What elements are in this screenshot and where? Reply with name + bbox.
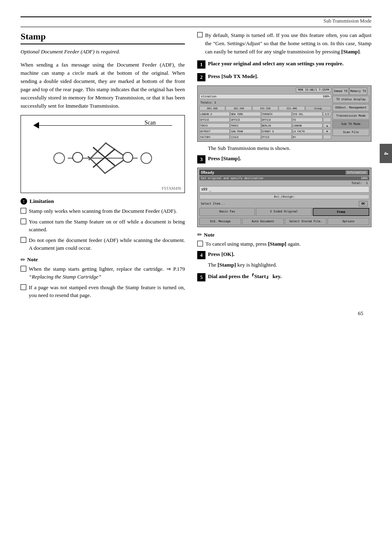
page-number: 65 [21,310,371,317]
limitation-list: Stamp only works when scanning from the … [21,207,185,252]
note-title-right: Note [204,232,214,238]
step-3-num: 3 [197,155,205,164]
list-item: To cancel using stamp, press [Stamp] aga… [197,240,371,248]
select-stored-btn[interactable]: Select Stored File. [285,218,327,225]
step-5-header: 5 Dial and press the『Start』 key. [197,273,371,281]
two-col-layout: Stamp Optional Document Feeder (ADF) is … [21,31,371,302]
step-1-header: 1 Place your original and select any sca… [197,60,371,69]
tx-status-btn[interactable]: TX status display [332,96,369,103]
input-val: π99 _ [201,188,211,191]
sub-tx-mode-btn[interactable]: Sub TX Mode [332,120,369,128]
note2-checkbox-1 [197,241,203,246]
range-cell-1: 001-100 [199,106,225,111]
immed-tx-btn[interactable]: Immed TX [332,88,349,95]
total-row: Total: 1 [199,181,369,185]
select-text: Select Item... [201,202,225,205]
screen-dest-bar: stination 100% [199,94,331,99]
limitation-section: ! Limitation Stamp only works when scann… [21,198,185,252]
dest-percent: 100% [323,95,330,98]
scan-label: Scan [145,120,156,126]
note-pencil-icon: ✏ [21,256,25,263]
range-cell-2: 101-240 [226,106,251,111]
intro-checkbox-icon [197,32,203,37]
fax-screen-2: OReady Information Set original and spec… [197,168,371,227]
screen2-input[interactable]: π99 _ [199,186,369,193]
note-list-left: When the stamp starts getting lighter, r… [21,265,185,299]
auto-document-btn[interactable]: Auto Document [242,218,284,225]
fax-right-panel: Immed TX Memory TX TX status display 65D… [332,88,369,140]
screen2-top-bar: OReady Information [199,170,369,175]
dest-mgmt-btn[interactable]: 65Dest. Management [332,104,369,111]
list-item: If a page was not stamped even though th… [21,283,185,299]
checkbox-icon-1 [21,208,26,214]
info-button[interactable]: Information [346,170,368,175]
std-message-btn[interactable]: Std. Message [199,218,241,225]
screen2-buttons-row1: Basic Fax 2 Sided Original Stamp [199,208,369,216]
step-1-text: Place your original and select any scan … [208,60,344,67]
range-cell-group: Group [305,106,331,111]
ok-button[interactable]: OK [359,201,368,207]
step-1-num: 1 [197,60,205,69]
limitation-bullet-icon: ! [21,198,27,205]
note-checkbox-1 [21,266,26,272]
dest-label: stination [201,95,217,98]
totals-row: Totals: 1 [199,101,331,105]
range-cell-4: 321-400 [279,106,304,111]
screen-1-wrapper: MON 15:00/1 7:55PM stination 100% Totals… [197,85,371,142]
accel-row: Acc./Assign: [199,194,369,199]
list-item: You cannot turn the Stamp feature on or … [21,218,185,234]
top-rule [21,16,371,17]
ranges-row: 001-100 101-240 241-320 321-400 Group [199,106,331,111]
step-4: 4 Press [OK]. The [Stamp] key is highlig… [197,251,371,269]
step-4-body: The [Stamp] key is highlighted. [208,261,371,269]
header-text: Sub Transmission Mode [323,18,371,24]
sub-tx-shown-text: The Sub Transmission menu is shown. [208,145,371,152]
d1c2: NEW YORK [230,112,261,116]
d1c4: SYD OSL [292,112,323,116]
step-3: 3 Press [Stamp]. [197,155,371,164]
step-3-text: Press [Stamp]. [208,155,241,162]
data-row-1: LONDON O NEW YORK TORONTO SYD OSL 1/2 [199,112,331,116]
options-btn[interactable]: Options [327,218,369,225]
limitation-item-3: Do not open the document feeder (ADF) wh… [29,236,185,252]
note-title-left: Note [27,256,38,263]
limitation-header: ! Limitation [21,198,185,205]
stamp-btn[interactable]: Stamp [313,208,369,216]
fax-left-panel: MON 15:00/1 7:55PM stination 100% Totals… [199,88,331,140]
note-italic-ref: “Replacing the Stamp Cartridge” [29,274,101,280]
section-subtitle: Optional Document Feeder (ADF) is requir… [21,48,185,56]
right-column: By default, Stamp is turned off. If you … [197,31,371,302]
checkbox-icon-2 [21,219,26,224]
list-item: Stamp only works when scanning from the … [21,207,185,215]
step-3-header: 3 Press [Stamp]. [197,155,371,164]
checkbox-icon-3 [21,237,26,243]
total-val: 1 [366,182,368,185]
note-header-right: ✏ Note [197,231,371,238]
note-section-right: ✏ Note To cancel using stamp, press [Sta… [197,231,371,248]
note-item-2: If a page was not stamped even though th… [29,283,185,299]
step-4-text: Press [OK]. [208,251,235,258]
step-5: 5 Dial and press the『Start』 key. [197,273,371,281]
basic-fax-btn[interactable]: Basic Fax [199,208,255,216]
memory-tx-btn[interactable]: Memory TX [349,88,367,95]
two-sided-btn[interactable]: 2 Sided Original [256,208,312,216]
d1c1: LONDON O [199,112,230,116]
left-column: Stamp Optional Document Feeder (ADF) is … [21,31,185,302]
d1c5: 1/2 [323,112,331,116]
limitation-item-1: Stamp only works when scanning from the … [29,207,177,215]
page-container: Sub Transmission Mode 4 Stamp Optional D… [0,0,392,555]
tx-mode-btn[interactable]: Transmission Mode [332,112,369,120]
note-pencil-icon-2: ✏ [197,231,202,238]
fax-screen-1: MON 15:00/1 7:55PM stination 100% Totals… [197,85,371,142]
accel-label: Acc./Assign: [274,195,295,198]
note-page-ref: P.179 [173,266,185,272]
limitation-title: Limitation [30,198,54,205]
d1c3: TORONTO [261,112,292,116]
dest-row: Set original and specify destination 100… [199,176,369,180]
range-cell-3: 241-320 [252,106,278,111]
ready-text: OReady [201,170,214,175]
note2-item-1: To cancel using stamp, press [Stamp] aga… [205,240,301,248]
scan-file-btn[interactable]: Scan File [332,129,369,136]
screen2-buttons-row2: Std. Message Auto Document Select Stored… [199,217,369,225]
data-row-4: DETROIT SAN FRAN SYDNEY O LA FACTO ▼ [199,129,331,134]
